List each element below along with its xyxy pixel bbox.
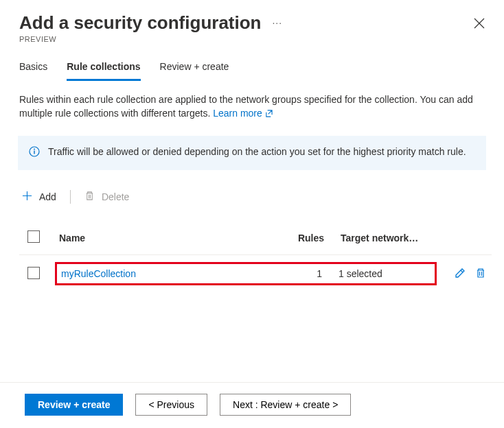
description-text: Rules within each rule collection are ap… (0, 82, 504, 121)
delete-button[interactable]: Delete (82, 189, 132, 204)
info-icon (29, 146, 40, 161)
tab-basics[interactable]: Basics (19, 61, 47, 81)
next-button[interactable]: Next : Review + create > (220, 394, 351, 416)
row-highlight-box: myRuleCollection 1 1 selected (55, 262, 437, 285)
previous-button[interactable]: < Previous (135, 394, 207, 416)
add-button[interactable]: Add (19, 189, 59, 204)
preview-badge: PREVIEW (19, 35, 485, 43)
rule-collections-table: Name Rules Target network… myRuleCollect… (0, 204, 504, 292)
footer-bar: Review + create < Previous Next : Review… (0, 382, 504, 428)
tab-review-create[interactable]: Review + create (160, 61, 229, 81)
trash-icon (84, 191, 95, 203)
delete-row-icon[interactable] (475, 268, 486, 281)
table-header-row: Name Rules Target network… (19, 225, 492, 254)
svg-point-1 (34, 148, 35, 150)
more-icon[interactable]: ··· (272, 17, 282, 28)
col-header-name[interactable]: Name (59, 233, 265, 243)
tab-rule-collections[interactable]: Rule collections (67, 61, 140, 81)
svg-rect-2 (34, 150, 34, 154)
rules-count: 1 (263, 268, 339, 279)
table-row: myRuleCollection 1 1 selected (19, 254, 492, 292)
close-icon[interactable] (474, 18, 485, 31)
delete-label: Delete (102, 191, 129, 202)
external-link-icon (265, 109, 273, 119)
review-create-button[interactable]: Review + create (25, 394, 123, 416)
tabs: Basics Rule collections Review + create (0, 49, 504, 82)
col-header-target[interactable]: Target network… (341, 233, 437, 243)
col-header-rules[interactable]: Rules (265, 233, 341, 243)
info-callout: Traffic will be allowed or denied depend… (18, 136, 486, 171)
panel-header: Add a security configuration ··· PREVIEW (0, 0, 504, 49)
toolbar-separator (70, 190, 71, 204)
target-networks: 1 selected (339, 268, 435, 279)
action-toolbar: Add Delete (0, 170, 504, 204)
plus-icon (22, 191, 32, 203)
edit-icon[interactable] (455, 268, 466, 281)
info-text: Traffic will be allowed or denied depend… (48, 145, 466, 159)
add-label: Add (39, 191, 56, 202)
row-checkbox[interactable] (27, 267, 40, 279)
page-title: Add a security configuration (19, 12, 262, 33)
learn-more-link[interactable]: Learn more (213, 108, 272, 119)
select-all-checkbox[interactable] (27, 230, 40, 243)
learn-more-label: Learn more (213, 108, 262, 119)
rule-collection-link[interactable]: myRuleCollection (61, 268, 136, 279)
